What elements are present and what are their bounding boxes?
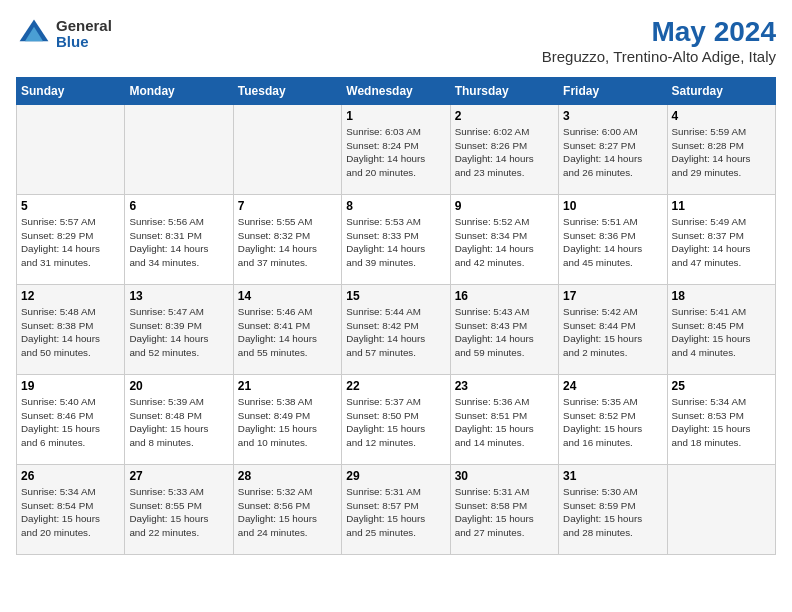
calendar-cell: 11Sunrise: 5:49 AMSunset: 8:37 PMDayligh… xyxy=(667,195,775,285)
calendar-cell: 31Sunrise: 5:30 AMSunset: 8:59 PMDayligh… xyxy=(559,465,667,555)
day-info: Sunrise: 5:41 AMSunset: 8:45 PMDaylight:… xyxy=(672,305,771,360)
day-number: 25 xyxy=(672,379,771,393)
day-number: 26 xyxy=(21,469,120,483)
day-info: Sunrise: 5:39 AMSunset: 8:48 PMDaylight:… xyxy=(129,395,228,450)
day-number: 29 xyxy=(346,469,445,483)
day-info: Sunrise: 6:00 AMSunset: 8:27 PMDaylight:… xyxy=(563,125,662,180)
day-info: Sunrise: 5:34 AMSunset: 8:54 PMDaylight:… xyxy=(21,485,120,540)
calendar-cell: 30Sunrise: 5:31 AMSunset: 8:58 PMDayligh… xyxy=(450,465,558,555)
calendar-cell: 18Sunrise: 5:41 AMSunset: 8:45 PMDayligh… xyxy=(667,285,775,375)
day-number: 21 xyxy=(238,379,337,393)
day-info: Sunrise: 5:43 AMSunset: 8:43 PMDaylight:… xyxy=(455,305,554,360)
day-info: Sunrise: 5:31 AMSunset: 8:58 PMDaylight:… xyxy=(455,485,554,540)
day-number: 24 xyxy=(563,379,662,393)
day-info: Sunrise: 5:44 AMSunset: 8:42 PMDaylight:… xyxy=(346,305,445,360)
day-number: 22 xyxy=(346,379,445,393)
day-info: Sunrise: 5:53 AMSunset: 8:33 PMDaylight:… xyxy=(346,215,445,270)
calendar-cell: 5Sunrise: 5:57 AMSunset: 8:29 PMDaylight… xyxy=(17,195,125,285)
day-info: Sunrise: 6:03 AMSunset: 8:24 PMDaylight:… xyxy=(346,125,445,180)
day-number: 15 xyxy=(346,289,445,303)
calendar-header: SundayMondayTuesdayWednesdayThursdayFrid… xyxy=(17,78,776,105)
day-number: 12 xyxy=(21,289,120,303)
calendar-week-3: 12Sunrise: 5:48 AMSunset: 8:38 PMDayligh… xyxy=(17,285,776,375)
day-info: Sunrise: 5:46 AMSunset: 8:41 PMDaylight:… xyxy=(238,305,337,360)
calendar-cell: 22Sunrise: 5:37 AMSunset: 8:50 PMDayligh… xyxy=(342,375,450,465)
calendar-cell: 3Sunrise: 6:00 AMSunset: 8:27 PMDaylight… xyxy=(559,105,667,195)
day-number: 13 xyxy=(129,289,228,303)
day-info: Sunrise: 5:34 AMSunset: 8:53 PMDaylight:… xyxy=(672,395,771,450)
calendar-cell: 16Sunrise: 5:43 AMSunset: 8:43 PMDayligh… xyxy=(450,285,558,375)
calendar-cell xyxy=(17,105,125,195)
day-info: Sunrise: 5:55 AMSunset: 8:32 PMDaylight:… xyxy=(238,215,337,270)
weekday-header-sunday: Sunday xyxy=(17,78,125,105)
calendar-cell: 23Sunrise: 5:36 AMSunset: 8:51 PMDayligh… xyxy=(450,375,558,465)
calendar-cell xyxy=(667,465,775,555)
calendar-cell: 24Sunrise: 5:35 AMSunset: 8:52 PMDayligh… xyxy=(559,375,667,465)
day-number: 31 xyxy=(563,469,662,483)
day-info: Sunrise: 6:02 AMSunset: 8:26 PMDaylight:… xyxy=(455,125,554,180)
day-info: Sunrise: 5:47 AMSunset: 8:39 PMDaylight:… xyxy=(129,305,228,360)
day-number: 1 xyxy=(346,109,445,123)
calendar-cell: 25Sunrise: 5:34 AMSunset: 8:53 PMDayligh… xyxy=(667,375,775,465)
day-number: 19 xyxy=(21,379,120,393)
calendar-week-2: 5Sunrise: 5:57 AMSunset: 8:29 PMDaylight… xyxy=(17,195,776,285)
calendar-cell: 13Sunrise: 5:47 AMSunset: 8:39 PMDayligh… xyxy=(125,285,233,375)
day-info: Sunrise: 5:59 AMSunset: 8:28 PMDaylight:… xyxy=(672,125,771,180)
weekday-header-wednesday: Wednesday xyxy=(342,78,450,105)
calendar-cell: 10Sunrise: 5:51 AMSunset: 8:36 PMDayligh… xyxy=(559,195,667,285)
calendar-cell: 15Sunrise: 5:44 AMSunset: 8:42 PMDayligh… xyxy=(342,285,450,375)
day-number: 16 xyxy=(455,289,554,303)
day-info: Sunrise: 5:40 AMSunset: 8:46 PMDaylight:… xyxy=(21,395,120,450)
calendar-cell xyxy=(233,105,341,195)
calendar-cell: 1Sunrise: 6:03 AMSunset: 8:24 PMDaylight… xyxy=(342,105,450,195)
day-info: Sunrise: 5:49 AMSunset: 8:37 PMDaylight:… xyxy=(672,215,771,270)
calendar-cell: 19Sunrise: 5:40 AMSunset: 8:46 PMDayligh… xyxy=(17,375,125,465)
day-number: 18 xyxy=(672,289,771,303)
calendar-cell: 21Sunrise: 5:38 AMSunset: 8:49 PMDayligh… xyxy=(233,375,341,465)
calendar-cell: 4Sunrise: 5:59 AMSunset: 8:28 PMDaylight… xyxy=(667,105,775,195)
weekday-header-monday: Monday xyxy=(125,78,233,105)
calendar-cell: 26Sunrise: 5:34 AMSunset: 8:54 PMDayligh… xyxy=(17,465,125,555)
day-number: 8 xyxy=(346,199,445,213)
day-info: Sunrise: 5:51 AMSunset: 8:36 PMDaylight:… xyxy=(563,215,662,270)
day-number: 6 xyxy=(129,199,228,213)
calendar-cell: 2Sunrise: 6:02 AMSunset: 8:26 PMDaylight… xyxy=(450,105,558,195)
title-block: May 2024 Breguzzo, Trentino-Alto Adige, … xyxy=(542,16,776,65)
day-number: 27 xyxy=(129,469,228,483)
calendar-cell: 17Sunrise: 5:42 AMSunset: 8:44 PMDayligh… xyxy=(559,285,667,375)
calendar-cell: 29Sunrise: 5:31 AMSunset: 8:57 PMDayligh… xyxy=(342,465,450,555)
day-number: 20 xyxy=(129,379,228,393)
day-number: 14 xyxy=(238,289,337,303)
page-title: May 2024 xyxy=(542,16,776,48)
day-number: 28 xyxy=(238,469,337,483)
logo-general-text: General xyxy=(56,18,112,35)
weekday-header-friday: Friday xyxy=(559,78,667,105)
day-number: 2 xyxy=(455,109,554,123)
day-number: 4 xyxy=(672,109,771,123)
day-info: Sunrise: 5:33 AMSunset: 8:55 PMDaylight:… xyxy=(129,485,228,540)
day-info: Sunrise: 5:36 AMSunset: 8:51 PMDaylight:… xyxy=(455,395,554,450)
calendar-cell: 20Sunrise: 5:39 AMSunset: 8:48 PMDayligh… xyxy=(125,375,233,465)
day-number: 5 xyxy=(21,199,120,213)
logo-text: General Blue xyxy=(56,18,112,51)
weekday-header-tuesday: Tuesday xyxy=(233,78,341,105)
day-number: 9 xyxy=(455,199,554,213)
day-info: Sunrise: 5:32 AMSunset: 8:56 PMDaylight:… xyxy=(238,485,337,540)
day-info: Sunrise: 5:35 AMSunset: 8:52 PMDaylight:… xyxy=(563,395,662,450)
calendar-body: 1Sunrise: 6:03 AMSunset: 8:24 PMDaylight… xyxy=(17,105,776,555)
weekday-header-thursday: Thursday xyxy=(450,78,558,105)
logo: General Blue xyxy=(16,16,112,52)
day-number: 10 xyxy=(563,199,662,213)
day-info: Sunrise: 5:42 AMSunset: 8:44 PMDaylight:… xyxy=(563,305,662,360)
day-number: 23 xyxy=(455,379,554,393)
calendar-cell: 27Sunrise: 5:33 AMSunset: 8:55 PMDayligh… xyxy=(125,465,233,555)
day-info: Sunrise: 5:37 AMSunset: 8:50 PMDaylight:… xyxy=(346,395,445,450)
weekday-header-saturday: Saturday xyxy=(667,78,775,105)
day-info: Sunrise: 5:52 AMSunset: 8:34 PMDaylight:… xyxy=(455,215,554,270)
calendar-week-4: 19Sunrise: 5:40 AMSunset: 8:46 PMDayligh… xyxy=(17,375,776,465)
calendar-cell xyxy=(125,105,233,195)
calendar-week-1: 1Sunrise: 6:03 AMSunset: 8:24 PMDaylight… xyxy=(17,105,776,195)
day-info: Sunrise: 5:56 AMSunset: 8:31 PMDaylight:… xyxy=(129,215,228,270)
day-number: 7 xyxy=(238,199,337,213)
page-subtitle: Breguzzo, Trentino-Alto Adige, Italy xyxy=(542,48,776,65)
